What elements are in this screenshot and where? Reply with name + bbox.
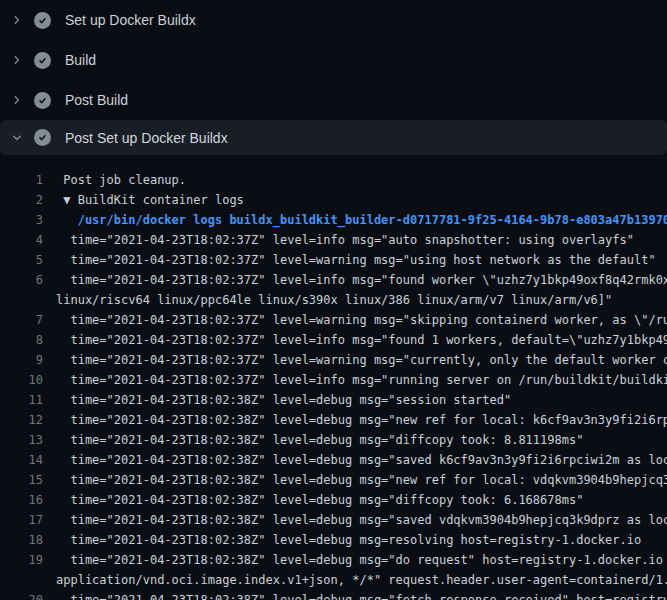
log-text: time="2021-04-23T18:02:37Z" level=info m… bbox=[56, 270, 667, 290]
log-row: 8 time="2021-04-23T18:02:37Z" level=info… bbox=[0, 330, 667, 350]
check-circle-icon bbox=[34, 92, 51, 109]
log-text: application/vnd.oci.image.index.v1+json,… bbox=[56, 570, 667, 590]
line-number[interactable]: 7 bbox=[0, 310, 43, 330]
line-number[interactable]: 14 bbox=[0, 450, 43, 470]
step-label: Build bbox=[65, 52, 96, 68]
log-row: 13 time="2021-04-23T18:02:38Z" level=deb… bbox=[0, 430, 667, 450]
check-circle-icon bbox=[34, 12, 51, 29]
check-circle-icon bbox=[34, 129, 51, 146]
log-row: 14 time="2021-04-23T18:02:38Z" level=deb… bbox=[0, 450, 667, 470]
line-number[interactable]: 15 bbox=[0, 470, 43, 490]
log-row: 2 ▼ BuildKit container logs bbox=[0, 190, 667, 210]
log-text: time="2021-04-23T18:02:37Z" level=warnin… bbox=[56, 310, 667, 330]
line-number[interactable]: 11 bbox=[0, 390, 43, 410]
log-text: time="2021-04-23T18:02:37Z" level=info m… bbox=[56, 370, 667, 390]
step-label: Post Set up Docker Buildx bbox=[65, 130, 228, 146]
log-text: Post job cleanup. bbox=[56, 170, 186, 190]
line-number[interactable]: 4 bbox=[0, 230, 43, 250]
line-number[interactable]: 1 bbox=[0, 170, 43, 190]
log-text: linux/riscv64 linux/ppc64le linux/s390x … bbox=[56, 290, 612, 310]
line-number[interactable]: 13 bbox=[0, 430, 43, 450]
log-row: 12 time="2021-04-23T18:02:38Z" level=deb… bbox=[0, 410, 667, 430]
log-lines: 1 Post job cleanup.2 ▼ BuildKit containe… bbox=[0, 155, 667, 600]
log-row: 10 time="2021-04-23T18:02:37Z" level=inf… bbox=[0, 370, 667, 390]
line-number[interactable]: 9 bbox=[0, 350, 43, 370]
log-row: 20 time="2021-04-23T18:02:38Z" level=deb… bbox=[0, 590, 667, 600]
chevron-right-icon[interactable] bbox=[9, 12, 25, 28]
log-row: 3 /usr/bin/docker logs buildx_buildkit_b… bbox=[0, 210, 667, 230]
line-number[interactable]: 16 bbox=[0, 490, 43, 510]
log-row: 18 time="2021-04-23T18:02:38Z" level=deb… bbox=[0, 530, 667, 550]
check-circle-icon bbox=[34, 52, 51, 69]
chevron-down-icon[interactable] bbox=[9, 130, 25, 146]
log-text: time="2021-04-23T18:02:38Z" level=debug … bbox=[56, 390, 511, 410]
log-row: 16 time="2021-04-23T18:02:38Z" level=deb… bbox=[0, 490, 667, 510]
line-number[interactable]: 19 bbox=[0, 550, 43, 570]
log-text: time="2021-04-23T18:02:38Z" level=debug … bbox=[56, 450, 667, 470]
step-build[interactable]: Build bbox=[0, 40, 667, 80]
log-row-wrap: linux/riscv64 linux/ppc64le linux/s390x … bbox=[0, 290, 667, 310]
line-number[interactable]: 2 bbox=[0, 190, 43, 210]
log-row: 5 time="2021-04-23T18:02:37Z" level=warn… bbox=[0, 250, 667, 270]
step-post-build[interactable]: Post Build bbox=[0, 80, 667, 120]
step-label: Set up Docker Buildx bbox=[65, 12, 196, 28]
line-number bbox=[0, 570, 43, 590]
step-set-up-docker-buildx[interactable]: Set up Docker Buildx bbox=[0, 0, 667, 40]
line-number[interactable]: 8 bbox=[0, 330, 43, 350]
chevron-right-icon[interactable] bbox=[9, 92, 25, 108]
log-text: time="2021-04-23T18:02:38Z" level=debug … bbox=[56, 550, 667, 570]
log-text: time="2021-04-23T18:02:38Z" level=debug … bbox=[56, 530, 641, 550]
log-text: time="2021-04-23T18:02:37Z" level=warnin… bbox=[56, 250, 656, 270]
log-text: time="2021-04-23T18:02:38Z" level=debug … bbox=[56, 430, 583, 450]
log-text: time="2021-04-23T18:02:38Z" level=debug … bbox=[56, 590, 667, 600]
log-command-text: /usr/bin/docker logs buildx_buildkit_bui… bbox=[56, 210, 667, 230]
log-text: time="2021-04-23T18:02:38Z" level=debug … bbox=[56, 410, 667, 430]
log-row: 6 time="2021-04-23T18:02:37Z" level=info… bbox=[0, 270, 667, 290]
line-number[interactable]: 17 bbox=[0, 510, 43, 530]
job-log-viewer: Set up Docker Buildx Build Post Build Po… bbox=[0, 0, 667, 600]
line-number[interactable]: 3 bbox=[0, 210, 43, 230]
chevron-right-icon[interactable] bbox=[9, 52, 25, 68]
log-row: 15 time="2021-04-23T18:02:38Z" level=deb… bbox=[0, 470, 667, 490]
log-text: time="2021-04-23T18:02:37Z" level=info m… bbox=[56, 230, 634, 250]
log-row: 17 time="2021-04-23T18:02:38Z" level=deb… bbox=[0, 510, 667, 530]
line-number bbox=[0, 290, 43, 310]
line-number[interactable]: 20 bbox=[0, 590, 43, 600]
step-post-set-up-docker-buildx[interactable]: Post Set up Docker Buildx bbox=[0, 120, 667, 155]
log-row: 11 time="2021-04-23T18:02:38Z" level=deb… bbox=[0, 390, 667, 410]
line-number[interactable]: 18 bbox=[0, 530, 43, 550]
log-text: time="2021-04-23T18:02:38Z" level=debug … bbox=[56, 510, 667, 530]
line-number[interactable]: 6 bbox=[0, 270, 43, 290]
log-group-toggle[interactable]: ▼ BuildKit container logs bbox=[56, 190, 244, 210]
log-row: 1 Post job cleanup. bbox=[0, 170, 667, 190]
log-row: 9 time="2021-04-23T18:02:37Z" level=warn… bbox=[0, 350, 667, 370]
log-row: 7 time="2021-04-23T18:02:37Z" level=warn… bbox=[0, 310, 667, 330]
log-text: time="2021-04-23T18:02:37Z" level=info m… bbox=[56, 330, 667, 350]
log-text: time="2021-04-23T18:02:37Z" level=warnin… bbox=[56, 350, 667, 370]
log-text: time="2021-04-23T18:02:38Z" level=debug … bbox=[56, 490, 583, 510]
log-row: 4 time="2021-04-23T18:02:37Z" level=info… bbox=[0, 230, 667, 250]
step-label: Post Build bbox=[65, 92, 128, 108]
line-number[interactable]: 10 bbox=[0, 370, 43, 390]
log-text: time="2021-04-23T18:02:38Z" level=debug … bbox=[56, 470, 667, 490]
line-number[interactable]: 5 bbox=[0, 250, 43, 270]
line-number[interactable]: 12 bbox=[0, 410, 43, 430]
log-row-wrap: application/vnd.oci.image.index.v1+json,… bbox=[0, 570, 667, 590]
log-row: 19 time="2021-04-23T18:02:38Z" level=deb… bbox=[0, 550, 667, 570]
